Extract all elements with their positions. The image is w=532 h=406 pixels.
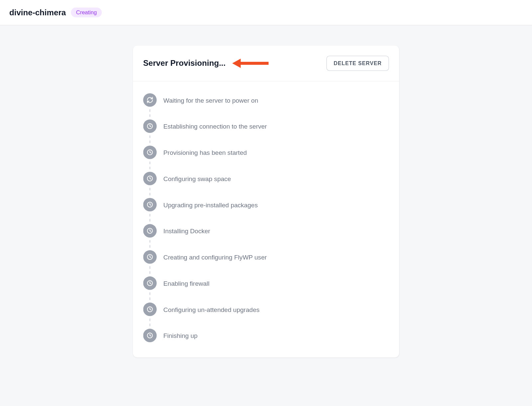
step-connector [143, 264, 389, 276]
refresh-icon [143, 93, 157, 107]
card-header: Server Provisioning... DELETE SERVER [133, 46, 399, 81]
step-label: Upgrading pre-installed packages [163, 201, 258, 208]
server-name: divine-chimera [9, 8, 66, 17]
card-title: Server Provisioning... [143, 59, 225, 68]
annotation-arrow-icon [232, 56, 269, 70]
step-connector [143, 185, 389, 198]
step-connector [143, 238, 389, 250]
clock-icon [143, 172, 157, 185]
clock-icon [143, 146, 157, 159]
step-item: Enabling firewall [143, 276, 389, 290]
step-label: Waiting for the server to power on [163, 96, 258, 104]
clock-icon [143, 198, 157, 212]
clock-icon [143, 303, 157, 316]
step-connector [143, 290, 389, 302]
step-connector [143, 316, 389, 329]
step-label: Installing Docker [163, 227, 210, 235]
clock-icon [143, 250, 157, 264]
content-area: Server Provisioning... DELETE SERVER Wai… [0, 25, 532, 383]
step-item: Creating and configuring FlyWP user [143, 250, 389, 264]
clock-icon [143, 276, 157, 290]
step-label: Configuring un-attended upgrades [163, 306, 259, 313]
step-item: Waiting for the server to power on [143, 93, 389, 107]
steps-list: Waiting for the server to power onEstabl… [133, 81, 399, 357]
page-header: divine-chimera Creating [0, 0, 532, 25]
provisioning-card: Server Provisioning... DELETE SERVER Wai… [133, 46, 399, 357]
step-label: Provisioning has been started [163, 149, 247, 156]
step-item: Installing Docker [143, 224, 389, 238]
step-item: Finishing up [143, 329, 389, 342]
step-label: Finishing up [163, 332, 198, 339]
step-connector [143, 211, 389, 224]
step-item: Upgrading pre-installed packages [143, 198, 389, 212]
step-item: Configuring swap space [143, 172, 389, 185]
step-connector [143, 107, 389, 119]
svg-marker-1 [232, 59, 240, 68]
clock-icon [143, 224, 157, 238]
clock-icon [143, 119, 157, 133]
clock-icon [143, 329, 157, 342]
delete-server-button[interactable]: DELETE SERVER [327, 56, 389, 71]
step-label: Enabling firewall [163, 279, 209, 287]
step-connector [143, 159, 389, 172]
status-badge: Creating [71, 8, 102, 17]
step-item: Configuring un-attended upgrades [143, 303, 389, 316]
step-label: Creating and configuring FlyWP user [163, 254, 267, 261]
step-label: Establishing connection to the server [163, 123, 267, 130]
step-item: Establishing connection to the server [143, 119, 389, 133]
step-label: Configuring swap space [163, 175, 231, 182]
step-item: Provisioning has been started [143, 146, 389, 159]
step-connector [143, 133, 389, 146]
